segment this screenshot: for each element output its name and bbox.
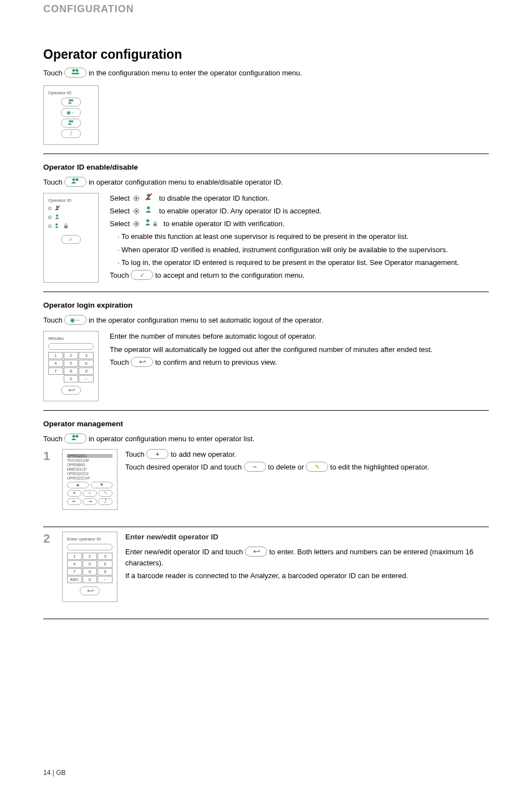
minutes-field [48, 343, 94, 350]
enable-disable-button-icon [64, 177, 86, 187]
svg-point-1 [76, 69, 79, 72]
radio-enable [48, 214, 94, 221]
text: to enable operator ID. Any operator ID i… [159, 207, 321, 215]
svg-point-2 [69, 99, 71, 101]
key: 9 [79, 368, 94, 375]
text: Touch [43, 69, 63, 77]
key: 4 [48, 360, 63, 367]
key: 3 [98, 553, 112, 560]
section-heading: Operator management [43, 420, 489, 428]
enable-disable-options: Select to disable the operator ID functi… [110, 193, 489, 283]
key: 7 [67, 568, 82, 575]
touch-confirm: Touch to confirm and return to previous … [110, 357, 489, 368]
text: Touch [43, 178, 63, 186]
enter-arrow-icon [245, 547, 267, 556]
enter-icon [80, 586, 100, 595]
svg-point-3 [71, 99, 73, 101]
svg-point-7 [76, 178, 79, 181]
enter-arrow-icon [131, 358, 152, 366]
svg-point-19 [76, 435, 79, 438]
note: · To log in, the operator ID entered is … [110, 257, 489, 268]
enter-edit-line: Enter new/edit operator ID and touch to … [125, 547, 489, 569]
edit-icon: ✎ [306, 462, 328, 471]
lead: Touch in operator configuration menu to … [43, 177, 489, 188]
add-operator-line: Touch + to add new operator. [125, 449, 489, 460]
lead: Touch ◉← in the operator configuration m… [43, 315, 489, 326]
thumb-title: Minutes [48, 336, 94, 341]
login-expiration-text: Enter the number of minutes before autom… [110, 331, 489, 401]
nav-icon: ⇥ [83, 498, 97, 505]
text: in the operator configuration menu to se… [89, 316, 324, 324]
text: Enter the number of minutes before autom… [110, 331, 489, 342]
exit-icon: ⤴ [61, 129, 81, 138]
svg-point-0 [73, 69, 75, 72]
svg-point-10 [56, 215, 58, 217]
key: 6 [79, 360, 94, 367]
section-heading: Operator login expiration [43, 301, 489, 309]
text: in the configuration menu to enter the o… [89, 69, 302, 77]
abc-key: ABC [67, 576, 82, 583]
text: Touch [125, 450, 145, 458]
section-enable-disable: Operator ID enable/disable Touch in oper… [43, 154, 489, 283]
svg-point-16 [146, 220, 149, 222]
add-icon: + [67, 490, 81, 497]
key: 0 [64, 375, 79, 382]
operator-id-field [67, 544, 112, 550]
radio-disable [48, 205, 94, 212]
intro-line: Touch in the configuration menu to enter… [43, 68, 489, 79]
delete-edit-line: Touch desired operator ID and touch − to… [125, 462, 489, 473]
note: · To enable this function at least one s… [110, 231, 489, 242]
radio-verified [48, 223, 94, 229]
section-heading: Operator ID enable/disable [43, 163, 489, 171]
thumb-title: Enter operator ID [67, 537, 112, 542]
enter-button-icon [131, 357, 153, 367]
person-icon [145, 207, 153, 215]
text: to delete or [268, 463, 304, 471]
key: 0 [83, 576, 98, 583]
text: to add new operator. [171, 450, 237, 458]
svg-rect-17 [154, 223, 157, 226]
radio-icon [134, 208, 139, 214]
enter-button-icon [245, 547, 267, 557]
clock-arrow-icon: ◉← [65, 315, 86, 324]
operator-list: OPR332211 TECH22114# OPR58893 MMD32112* … [67, 454, 112, 480]
operator-config-icon [64, 68, 86, 78]
keypad: 123 456 789 ABC0← [67, 553, 112, 583]
text: Touch [43, 316, 63, 324]
keypad: 123 456 789 0← [48, 352, 94, 382]
accept-icon: ✓ [61, 235, 81, 244]
text: Select [110, 207, 130, 215]
section-login-expiration: Operator login expiration Touch ◉← in th… [43, 292, 489, 402]
expiration-button-icon: ◉← [64, 315, 86, 325]
plus-icon: + [147, 450, 168, 458]
step-2: 2 Enter operator ID 123 456 789 ABC0← En… [43, 532, 489, 619]
minutes-keypad-thumb: Minutes 123 456 789 0← [43, 331, 99, 401]
list-item: TECH22114# [67, 458, 112, 462]
text: Touch [110, 271, 129, 279]
exit-icon: ⤴ [98, 498, 112, 505]
operator-id-menu-thumb: Operator ID ◉← ⤴ [43, 85, 99, 145]
step-heading: Enter new/edit operator ID [125, 532, 489, 543]
touch-accept: Touch ✓ to accept and return to the conf… [110, 270, 489, 281]
text: Select [110, 220, 130, 228]
text: in operator configuration menu to enable… [89, 178, 283, 186]
section-operator-management: Operator management Touch in operator co… [43, 410, 489, 619]
svg-point-15 [147, 207, 150, 210]
people-icon [65, 68, 86, 77]
enter-icon [61, 386, 81, 395]
key: 7 [48, 368, 63, 375]
chapter-header: CONFIGURATION [43, 0, 489, 15]
list-item: OPR58893 [67, 463, 112, 467]
person-lock-icon [145, 220, 157, 228]
text: Enter new/edit operator ID and touch [125, 548, 243, 556]
thumb-title: Operator ID [48, 90, 94, 95]
svg-point-4 [69, 120, 71, 123]
step-1: 1 OPR332211 TECH22114# OPR58893 MMD32112… [43, 449, 489, 527]
note: · When operator ID verified is enabled, … [110, 244, 489, 256]
step-1-text: Touch + to add new operator. Touch desir… [125, 449, 489, 510]
lead: Touch in operator configuration menu to … [43, 433, 489, 445]
check-icon: ✓ [131, 271, 152, 279]
add-button-icon: + [146, 449, 168, 459]
edit-icon: ✎ [98, 490, 112, 497]
text: to confirm and return to previous view. [155, 358, 277, 366]
